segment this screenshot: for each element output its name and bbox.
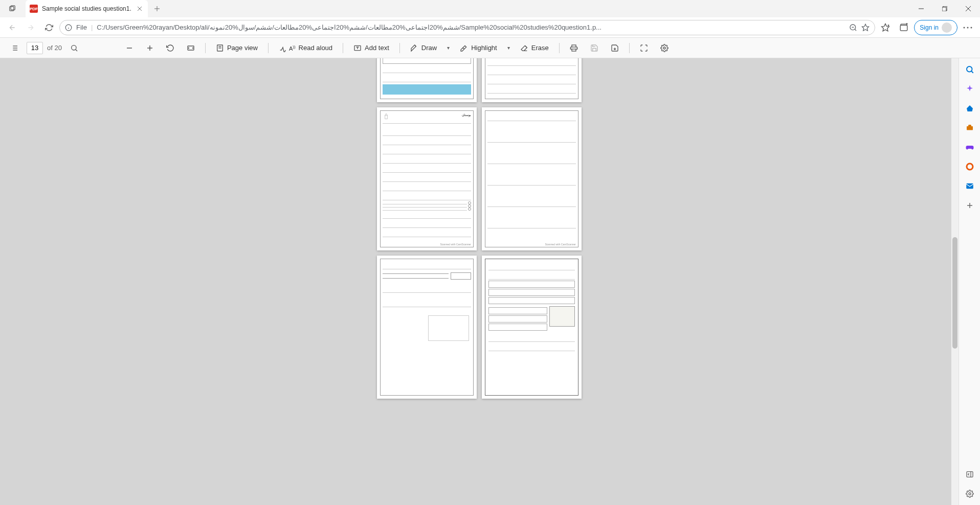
draw-button[interactable]: Draw bbox=[406, 40, 441, 56]
office-sidebar-icon[interactable] bbox=[963, 159, 977, 174]
search-sidebar-icon[interactable] bbox=[963, 62, 977, 77]
draw-chevron-icon[interactable]: ▾ bbox=[445, 45, 452, 51]
add-sidebar-icon[interactable] bbox=[963, 198, 977, 213]
page-total: of 20 bbox=[47, 44, 62, 52]
shopping-sidebar-icon[interactable] bbox=[963, 101, 977, 116]
zoom-icon[interactable] bbox=[849, 24, 857, 32]
more-button[interactable] bbox=[960, 19, 976, 36]
erase-button[interactable]: Erase bbox=[516, 40, 553, 56]
zoom-in-button[interactable] bbox=[142, 40, 158, 56]
erase-label: Erase bbox=[531, 44, 549, 52]
fullscreen-button[interactable] bbox=[636, 40, 652, 56]
outlook-sidebar-icon[interactable] bbox=[963, 179, 977, 193]
pdf-viewport[interactable]: بوستان Scann bbox=[0, 58, 959, 505]
page-view-button[interactable]: Page view bbox=[212, 40, 262, 56]
url-box[interactable]: File | C:/Users/Green%20rayan/Desktop/al… bbox=[59, 20, 875, 35]
close-window-button[interactable] bbox=[956, 0, 980, 17]
browser-sidebar bbox=[959, 58, 980, 505]
svg-point-16 bbox=[964, 27, 965, 28]
signin-button[interactable]: Sign in bbox=[914, 20, 957, 35]
pdf-page-thumbnail[interactable] bbox=[377, 58, 477, 102]
title-bar: PDF Sample social studies question1. bbox=[0, 0, 980, 17]
copilot-sidebar-icon[interactable] bbox=[963, 82, 977, 96]
collections-button[interactable] bbox=[896, 19, 912, 36]
save-as-button[interactable] bbox=[607, 40, 623, 56]
svg-line-26 bbox=[76, 49, 77, 51]
vertical-scrollbar[interactable] bbox=[951, 58, 959, 505]
tab-actions-button[interactable] bbox=[0, 0, 25, 17]
zoom-out-button[interactable] bbox=[121, 40, 138, 56]
read-aloud-button[interactable]: A)) Read aloud bbox=[275, 40, 337, 56]
contents-button[interactable] bbox=[6, 40, 23, 56]
svg-marker-9 bbox=[862, 24, 869, 31]
window-controls bbox=[909, 0, 980, 17]
minimize-button[interactable] bbox=[909, 0, 933, 17]
read-aloud-label: Read aloud bbox=[299, 44, 333, 52]
games-sidebar-icon[interactable] bbox=[963, 140, 977, 154]
page-number-input[interactable] bbox=[27, 42, 43, 54]
pdf-page-thumbnail[interactable] bbox=[482, 256, 582, 399]
svg-rect-36 bbox=[572, 49, 576, 51]
page-view-label: Page view bbox=[227, 44, 258, 52]
pdf-page-thumbnail[interactable]: بوستان Scann bbox=[377, 107, 477, 250]
svg-point-46 bbox=[969, 493, 971, 495]
print-button[interactable] bbox=[566, 40, 582, 56]
forward-button bbox=[23, 19, 39, 36]
pdf-settings-button[interactable] bbox=[656, 40, 673, 56]
browser-tab[interactable]: PDF Sample social studies question1. bbox=[26, 0, 148, 17]
scanned-footer: Scanned with CamScanner bbox=[545, 243, 576, 246]
pdf-toolbar: of 20 Page view A)) Read aloud Add text … bbox=[0, 38, 980, 58]
new-tab-button[interactable] bbox=[150, 2, 164, 16]
svg-point-17 bbox=[967, 27, 969, 28]
favorites-button[interactable] bbox=[877, 19, 894, 36]
find-button[interactable] bbox=[66, 40, 82, 56]
maximize-button[interactable] bbox=[933, 0, 956, 17]
doc-header: بوستان bbox=[462, 113, 471, 120]
svg-point-37 bbox=[663, 47, 665, 49]
svg-line-7 bbox=[855, 29, 857, 31]
pdf-page-thumbnail[interactable]: Scanned with CamScanner bbox=[482, 107, 582, 250]
sidebar-settings-icon[interactable] bbox=[963, 487, 977, 501]
fit-button[interactable] bbox=[183, 40, 199, 56]
scanned-footer: Scanned with CamScanner bbox=[440, 243, 471, 246]
avatar-icon bbox=[942, 22, 952, 33]
content-area: بوستان Scann bbox=[0, 58, 980, 505]
highlight-label: Highlight bbox=[471, 44, 497, 52]
add-text-label: Add text bbox=[365, 44, 389, 52]
svg-rect-41 bbox=[966, 183, 973, 189]
close-tab-button[interactable] bbox=[136, 5, 144, 13]
svg-rect-35 bbox=[572, 45, 576, 47]
add-text-button[interactable]: Add text bbox=[349, 40, 393, 56]
tab-title: Sample social studies question1. bbox=[42, 5, 131, 12]
svg-point-18 bbox=[971, 27, 972, 28]
svg-rect-13 bbox=[901, 25, 908, 31]
signin-label: Sign in bbox=[920, 24, 939, 31]
collapse-sidebar-icon[interactable] bbox=[963, 467, 977, 481]
info-icon[interactable] bbox=[65, 24, 72, 31]
back-button[interactable] bbox=[4, 19, 20, 36]
svg-point-38 bbox=[967, 66, 972, 72]
url-text: C:/Users/Green%20rayan/Desktop/ali/ششم%2… bbox=[97, 24, 845, 31]
highlight-chevron-icon[interactable]: ▾ bbox=[505, 45, 512, 51]
rotate-button[interactable] bbox=[162, 40, 179, 56]
svg-rect-40 bbox=[967, 126, 973, 130]
svg-line-39 bbox=[971, 71, 973, 73]
read-mode-icon[interactable] bbox=[861, 24, 870, 32]
tools-sidebar-icon[interactable] bbox=[963, 121, 977, 135]
pdf-icon: PDF bbox=[30, 5, 38, 13]
scrollbar-thumb[interactable] bbox=[952, 237, 957, 349]
save-button[interactable] bbox=[586, 40, 603, 56]
pdf-page-thumbnail[interactable] bbox=[377, 256, 477, 399]
url-separator: | bbox=[91, 24, 93, 31]
url-file-label: File bbox=[76, 24, 87, 31]
draw-label: Draw bbox=[421, 44, 437, 52]
svg-rect-2 bbox=[942, 7, 946, 11]
refresh-button[interactable] bbox=[41, 19, 57, 36]
svg-point-25 bbox=[72, 45, 76, 50]
pdf-page-thumbnail[interactable] bbox=[482, 58, 582, 102]
highlight-button[interactable]: Highlight bbox=[456, 40, 501, 56]
address-bar: File | C:/Users/Green%20rayan/Desktop/al… bbox=[0, 17, 980, 38]
